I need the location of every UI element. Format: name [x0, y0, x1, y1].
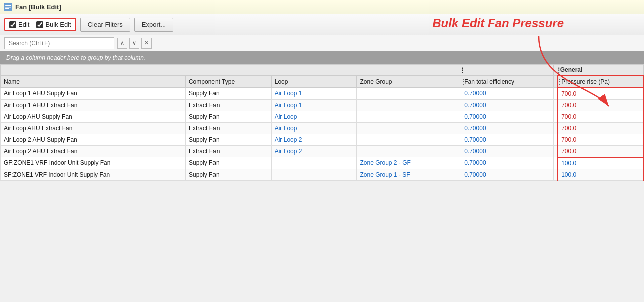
search-input[interactable] — [4, 37, 114, 49]
search-bar: ∧ ∨ ✕ — [0, 35, 644, 51]
table-row[interactable]: Air Loop AHU Extract FanExtract FanAir L… — [1, 122, 644, 134]
cell-name: Air Loop 2 AHU Extract Fan — [1, 145, 186, 157]
cell-loop — [271, 169, 357, 180]
table-row[interactable]: Air Loop 2 AHU Extract FanExtract FanAir… — [1, 145, 644, 157]
title-bar: Fan [Bulk Edit] — [0, 0, 644, 14]
search-close-button[interactable]: ✕ — [141, 38, 152, 49]
toolbar: Edit Bulk Edit Clear Filters Export... — [0, 14, 644, 35]
table-body: Air Loop 1 AHU Supply FanSupply FanAir L… — [1, 88, 644, 181]
cell-divider-1: ⋮ — [457, 145, 461, 157]
table-row[interactable]: GF:ZONE1 VRF Indoor Unit Supply FanSuppl… — [1, 157, 644, 169]
edit-checkbox[interactable] — [9, 21, 16, 28]
col-header-name: Name — [1, 76, 186, 88]
col-header-row: Name Component Type Loop Zone Group ⋮ Fa… — [1, 76, 644, 88]
search-down-button[interactable]: ∨ — [129, 38, 139, 49]
cell-efficiency: 0.70000 — [461, 134, 554, 145]
group-header-text: Drag a column header here to group by th… — [6, 54, 145, 61]
empty-group-cell — [1, 65, 457, 76]
cell-divider-2: ⋮ — [554, 122, 558, 134]
edit-label[interactable]: Edit — [18, 21, 29, 28]
cell-divider-1: ⋮ — [457, 122, 461, 134]
cell-name: SF:ZONE1 VRF Indoor Unit Supply Fan — [1, 169, 186, 180]
table-row[interactable]: Air Loop 1 AHU Extract FanExtract FanAir… — [1, 99, 644, 111]
general-group-header: General — [558, 65, 643, 76]
cell-divider-1: ⋮ — [457, 111, 461, 122]
cell-zone: Zone Group 1 - SF — [357, 169, 457, 180]
title-text: Fan [Bulk Edit] — [15, 3, 61, 11]
search-up-button[interactable]: ∧ — [117, 38, 127, 49]
cell-type: Supply Fan — [185, 134, 271, 145]
cell-loop: Air Loop 2 — [271, 134, 357, 145]
cell-divider-2: ⋮ — [554, 111, 558, 122]
table-row[interactable]: Air Loop AHU Supply FanSupply FanAir Loo… — [1, 111, 644, 122]
cell-divider-2: ⋮ — [554, 157, 558, 169]
cell-zone — [357, 88, 457, 100]
cell-pressure: 100.0 — [558, 169, 643, 180]
cell-type: Supply Fan — [185, 111, 271, 122]
data-table: ⋮ ⋮ General Name Component Type Loop Zon… — [0, 64, 644, 181]
cell-pressure: 700.0 — [558, 111, 643, 122]
clear-filters-button[interactable]: Clear Filters — [80, 18, 130, 32]
cell-divider-2: ⋮ — [554, 145, 558, 157]
col-header-efficiency: Fan total efficiency — [461, 76, 554, 88]
cell-type: Supply Fan — [185, 157, 271, 169]
cell-name: Air Loop AHU Supply Fan — [1, 111, 186, 122]
cell-divider-2: ⋮ — [554, 99, 558, 111]
divider-cell-2: ⋮ — [554, 65, 558, 76]
cell-loop: Air Loop 2 — [271, 145, 357, 157]
bulk-edit-checkbox[interactable] — [36, 21, 43, 28]
cell-divider-2: ⋮ — [554, 169, 558, 180]
col-group-header-row: ⋮ ⋮ General — [1, 65, 644, 76]
cell-loop: Air Loop 1 — [271, 88, 357, 100]
cell-pressure: 700.0 — [558, 122, 643, 134]
cell-name: Air Loop 1 AHU Extract Fan — [1, 99, 186, 111]
cell-pressure: 700.0 — [558, 88, 643, 100]
cell-name: Air Loop 2 AHU Supply Fan — [1, 134, 186, 145]
cell-divider-2: ⋮ — [554, 88, 558, 100]
bulk-edit-label[interactable]: Bulk Edit — [45, 21, 71, 28]
cell-type: Extract Fan — [185, 145, 271, 157]
cell-efficiency: 0.70000 — [461, 169, 554, 180]
table-wrapper[interactable]: ⋮ ⋮ General Name Component Type Loop Zon… — [0, 64, 644, 181]
main-container: Fan [Bulk Edit] Edit Bulk Edit Clear Fil… — [0, 0, 644, 181]
cell-divider-1: ⋮ — [457, 134, 461, 145]
cell-loop — [271, 157, 357, 169]
table-row[interactable]: Air Loop 1 AHU Supply FanSupply FanAir L… — [1, 88, 644, 100]
table-row[interactable]: Air Loop 2 AHU Supply FanSupply FanAir L… — [1, 134, 644, 145]
cell-type: Supply Fan — [185, 88, 271, 100]
checkbox-group: Edit Bulk Edit — [4, 18, 76, 31]
cell-loop: Air Loop — [271, 122, 357, 134]
bulk-edit-checkbox-item[interactable]: Bulk Edit — [36, 21, 71, 28]
col-header-pressure: Pressure rise (Pa) — [558, 76, 643, 88]
divider-header-2: ⋮ — [554, 76, 558, 88]
col-header-zone: Zone Group — [357, 76, 457, 88]
cell-type: Supply Fan — [185, 169, 271, 180]
cell-name: Air Loop AHU Extract Fan — [1, 122, 186, 134]
cell-zone: Zone Group 2 - GF — [357, 157, 457, 169]
cell-divider-2: ⋮ — [554, 134, 558, 145]
empty-efficiency-group — [461, 65, 554, 76]
cell-loop: Air Loop 1 — [271, 99, 357, 111]
col-header-loop: Loop — [271, 76, 357, 88]
title-icon — [4, 3, 12, 11]
cell-efficiency: 0.70000 — [461, 157, 554, 169]
edit-checkbox-item[interactable]: Edit — [9, 21, 29, 28]
export-button[interactable]: Export... — [134, 18, 173, 32]
svg-rect-1 — [5, 5, 11, 6]
cell-pressure: 700.0 — [558, 134, 643, 145]
cell-name: Air Loop 1 AHU Supply Fan — [1, 88, 186, 100]
cell-loop: Air Loop — [271, 111, 357, 122]
cell-pressure: 700.0 — [558, 145, 643, 157]
cell-type: Extract Fan — [185, 99, 271, 111]
cell-divider-1: ⋮ — [457, 157, 461, 169]
table-row[interactable]: SF:ZONE1 VRF Indoor Unit Supply FanSuppl… — [1, 169, 644, 180]
cell-efficiency: 0.70000 — [461, 111, 554, 122]
divider-header-1: ⋮ — [457, 76, 461, 88]
cell-zone — [357, 99, 457, 111]
cell-zone — [357, 145, 457, 157]
svg-rect-2 — [5, 7, 11, 8]
cell-zone — [357, 111, 457, 122]
cell-divider-1: ⋮ — [457, 169, 461, 180]
cell-efficiency: 0.70000 — [461, 122, 554, 134]
svg-rect-3 — [5, 8, 9, 9]
